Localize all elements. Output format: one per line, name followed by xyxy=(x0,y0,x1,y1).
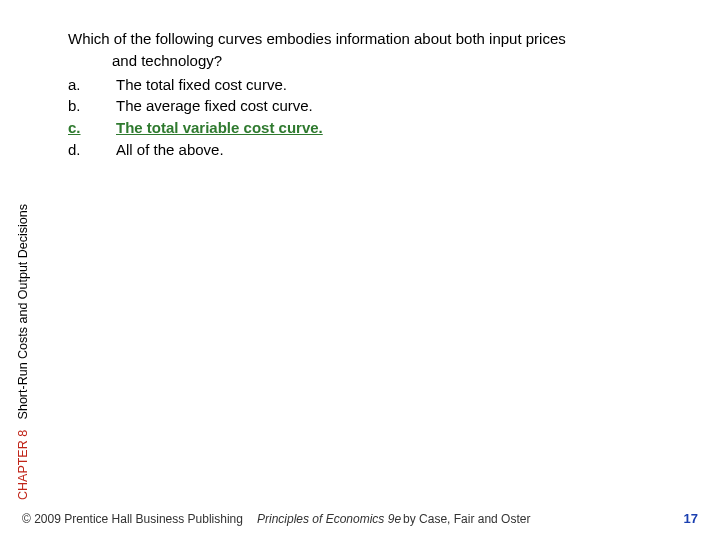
option-text: The average fixed cost curve. xyxy=(116,95,323,117)
chapter-title: Short-Run Costs and Output Decisions xyxy=(16,204,30,419)
option-c-correct: c. The total variable cost curve. xyxy=(68,117,323,139)
options-list: a. The total fixed cost curve. b. The av… xyxy=(68,74,323,161)
book-title: Principles of Economics 9e xyxy=(257,512,401,526)
option-a: a. The total fixed cost curve. xyxy=(68,74,323,96)
question-line1: Which of the following curves embodies i… xyxy=(68,30,566,47)
option-b: b. The average fixed cost curve. xyxy=(68,95,323,117)
copyright: © 2009 Prentice Hall Business Publishing xyxy=(22,512,243,526)
option-text: The total fixed cost curve. xyxy=(116,74,323,96)
option-d: d. All of the above. xyxy=(68,139,323,161)
chapter-number: CHAPTER 8 xyxy=(16,430,30,500)
question-line2: and technology? xyxy=(68,50,688,72)
option-letter: d. xyxy=(68,139,116,161)
option-text: All of the above. xyxy=(116,139,323,161)
option-letter: a. xyxy=(68,74,116,96)
quiz-content: Which of the following curves embodies i… xyxy=(68,28,688,161)
question-text: Which of the following curves embodies i… xyxy=(68,28,688,72)
option-letter: b. xyxy=(68,95,116,117)
chapter-side-label: CHAPTER 8 Short-Run Costs and Output Dec… xyxy=(16,204,30,500)
page-number: 17 xyxy=(684,511,698,526)
option-letter: c. xyxy=(68,117,116,139)
authors: by Case, Fair and Oster xyxy=(403,512,530,526)
footer: © 2009 Prentice Hall Business Publishing… xyxy=(22,511,698,526)
option-text: The total variable cost curve. xyxy=(116,117,323,139)
